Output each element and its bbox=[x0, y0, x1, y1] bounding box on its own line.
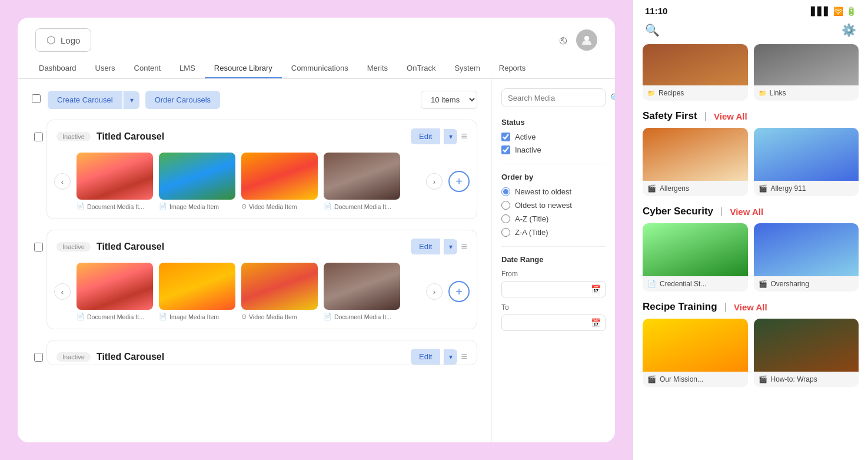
carousel-title-3: Titled Carousel bbox=[97, 352, 164, 362]
carousel-1-edit-button[interactable]: Edit bbox=[411, 128, 440, 144]
carousel-1-hamburger-icon[interactable]: ≡ bbox=[461, 130, 467, 143]
recipe-training-section: Recipe Training | View All 🎬 Our Mission… bbox=[633, 301, 868, 387]
media-thumb-2-3 bbox=[241, 263, 318, 310]
nav-communications[interactable]: Communications bbox=[282, 59, 358, 78]
carousel-1-checkbox-wrap[interactable] bbox=[32, 120, 43, 144]
recipe-training-grid: 🎬 Our Mission... 🎬 How-to: Wraps bbox=[643, 319, 859, 387]
credential-card[interactable]: 📄 Credential St... bbox=[643, 223, 748, 292]
create-carousel-dropdown[interactable]: ▾ bbox=[124, 91, 139, 109]
carousel-2-edit-dropdown[interactable]: ▾ bbox=[444, 239, 457, 254]
carousel-2-actions: Edit ▾ ≡ bbox=[411, 239, 467, 254]
from-date-input[interactable] bbox=[501, 281, 606, 297]
order-oldest-label: Oldest to newest bbox=[515, 201, 572, 210]
logout-icon[interactable]: ⎋ bbox=[560, 34, 567, 47]
active-label: Active bbox=[515, 133, 536, 141]
carousel-2-add-button[interactable]: + bbox=[448, 281, 470, 302]
from-date-wrap[interactable]: 📅 bbox=[501, 281, 606, 297]
search-box[interactable]: 🔍 bbox=[501, 88, 606, 107]
nav-ontrack[interactable]: OnTrack bbox=[397, 59, 445, 78]
carousel-3-checkbox-wrap[interactable] bbox=[32, 340, 43, 364]
carousel-2-hamburger-icon[interactable]: ≡ bbox=[461, 240, 467, 253]
carousel-2-checkbox-wrap[interactable] bbox=[32, 230, 43, 254]
credential-doc-icon: 📄 bbox=[647, 280, 656, 288]
carousel-1-actions: Edit ▾ ≡ bbox=[411, 128, 467, 144]
nav-reports[interactable]: Reports bbox=[490, 59, 536, 78]
active-checkbox[interactable] bbox=[501, 133, 510, 141]
status-badge-3: Inactive bbox=[56, 352, 91, 362]
nav-content[interactable]: Content bbox=[125, 59, 171, 78]
inactive-checkbox[interactable] bbox=[501, 145, 510, 154]
avatar[interactable] bbox=[576, 29, 597, 51]
carousel-3-edit-dropdown[interactable]: ▾ bbox=[444, 349, 457, 365]
safety-first-view-all[interactable]: View All bbox=[714, 111, 747, 121]
mobile-settings-icon[interactable]: ⚙️ bbox=[842, 23, 856, 37]
media-label-1-2: 📄 Image Media Item bbox=[159, 203, 235, 210]
carousel-2-edit-button[interactable]: Edit bbox=[411, 239, 440, 254]
order-az-item[interactable]: A-Z (Title) bbox=[501, 214, 606, 223]
order-az-radio[interactable] bbox=[501, 214, 510, 223]
nav-system[interactable]: System bbox=[445, 59, 489, 78]
main-content: Create Carousel ▾ Order Carousels 10 ite… bbox=[18, 79, 491, 442]
carousel-1-prev-arrow[interactable]: ‹ bbox=[54, 173, 71, 190]
items-count-select[interactable]: 10 items bbox=[421, 91, 477, 109]
cyber-security-view-all[interactable]: View All bbox=[730, 207, 763, 217]
allergy911-label: Allergy 911 bbox=[771, 184, 806, 193]
carousel-3-hamburger-icon[interactable]: ≡ bbox=[461, 350, 467, 363]
recipe-training-view-all[interactable]: View All bbox=[734, 302, 767, 312]
carousel-2-next-arrow[interactable]: › bbox=[426, 283, 443, 300]
cyber-security-title: Cyber Security bbox=[643, 206, 713, 217]
active-checkbox-item[interactable]: Active bbox=[501, 133, 606, 141]
order-newest-radio[interactable] bbox=[501, 187, 510, 196]
mobile-top-card-links[interactable]: 📁 Links bbox=[754, 44, 859, 101]
order-oldest-radio[interactable] bbox=[501, 201, 510, 210]
filter-divider-2 bbox=[501, 246, 606, 247]
inactive-checkbox-item[interactable]: Inactive bbox=[501, 145, 606, 154]
carousel-3-edit-button[interactable]: Edit bbox=[411, 349, 440, 365]
media-label-1-1: 📄 Document Media It... bbox=[77, 203, 153, 210]
search-input[interactable] bbox=[508, 94, 607, 102]
select-all-checkbox-wrap[interactable] bbox=[32, 94, 41, 105]
carousel-3-checkbox[interactable] bbox=[34, 353, 43, 362]
carousel-2-checkbox[interactable] bbox=[34, 243, 43, 251]
carousel-1-next-arrow[interactable]: › bbox=[426, 173, 443, 190]
carousel-1-add-button[interactable]: + bbox=[448, 171, 470, 192]
right-panel-mobile: 11:10 ▋▋▋ 🛜 🔋 🔍 ⚙️ 📁 Recipes 📁 Links bbox=[633, 0, 868, 460]
carousel-2-prev-arrow[interactable]: ‹ bbox=[54, 283, 71, 300]
nav-dashboard[interactable]: Dashboard bbox=[29, 59, 86, 78]
nav-merits[interactable]: Merits bbox=[358, 59, 397, 78]
recipes-thumb bbox=[643, 44, 748, 85]
wraps-card[interactable]: 🎬 How-to: Wraps bbox=[754, 319, 859, 387]
mobile-search-icon[interactable]: 🔍 bbox=[645, 23, 660, 37]
create-carousel-button[interactable]: Create Carousel bbox=[48, 91, 122, 109]
cyber-security-divider: | bbox=[720, 206, 723, 217]
order-newest-item[interactable]: Newest to oldest bbox=[501, 187, 606, 196]
nav-resource-library[interactable]: Resource Library bbox=[205, 59, 282, 78]
nav-users[interactable]: Users bbox=[86, 59, 125, 78]
order-za-radio[interactable] bbox=[501, 228, 510, 237]
carousel-row-2: Inactive Titled Carousel Edit ▾ ≡ ‹ bbox=[32, 230, 477, 340]
carousel-card-1: Inactive Titled Carousel Edit ▾ ≡ ‹ bbox=[46, 120, 477, 219]
recipes-info: 📁 Recipes bbox=[643, 85, 748, 101]
order-za-item[interactable]: Z-A (Title) bbox=[501, 228, 606, 237]
links-file-icon: 📁 bbox=[759, 90, 767, 97]
our-mission-card[interactable]: 🎬 Our Mission... bbox=[643, 319, 748, 387]
mobile-top-card-recipes[interactable]: 📁 Recipes bbox=[643, 44, 748, 101]
carousel-1-edit-dropdown[interactable]: ▾ bbox=[444, 129, 457, 144]
carousel-title-1: Titled Carousel bbox=[97, 131, 164, 142]
to-date-wrap[interactable]: 📅 bbox=[501, 315, 606, 331]
media-item-1-3: ⊙ Video Media Item bbox=[241, 153, 318, 210]
content-area: Create Carousel ▾ Order Carousels 10 ite… bbox=[18, 79, 615, 442]
media-label-1-3: ⊙ Video Media Item bbox=[241, 203, 318, 210]
to-date-input[interactable] bbox=[501, 315, 606, 331]
oversharing-card[interactable]: 🎬 Oversharing bbox=[754, 223, 859, 292]
carousel-1-checkbox[interactable] bbox=[34, 133, 43, 141]
order-oldest-item[interactable]: Oldest to newest bbox=[501, 201, 606, 210]
carousel-row-3: Inactive Titled Carousel Edit ▾ ≡ bbox=[32, 340, 477, 376]
order-carousels-button[interactable]: Order Carousels bbox=[145, 91, 220, 109]
nav-lms[interactable]: LMS bbox=[170, 59, 205, 78]
svg-point-0 bbox=[584, 36, 589, 41]
select-all-checkbox[interactable] bbox=[32, 94, 41, 103]
toolbar-left: Create Carousel ▾ Order Carousels bbox=[32, 91, 220, 109]
allergens-card[interactable]: 🎬 Allergens bbox=[643, 128, 748, 196]
allergy911-card[interactable]: 🎬 Allergy 911 bbox=[754, 128, 859, 196]
